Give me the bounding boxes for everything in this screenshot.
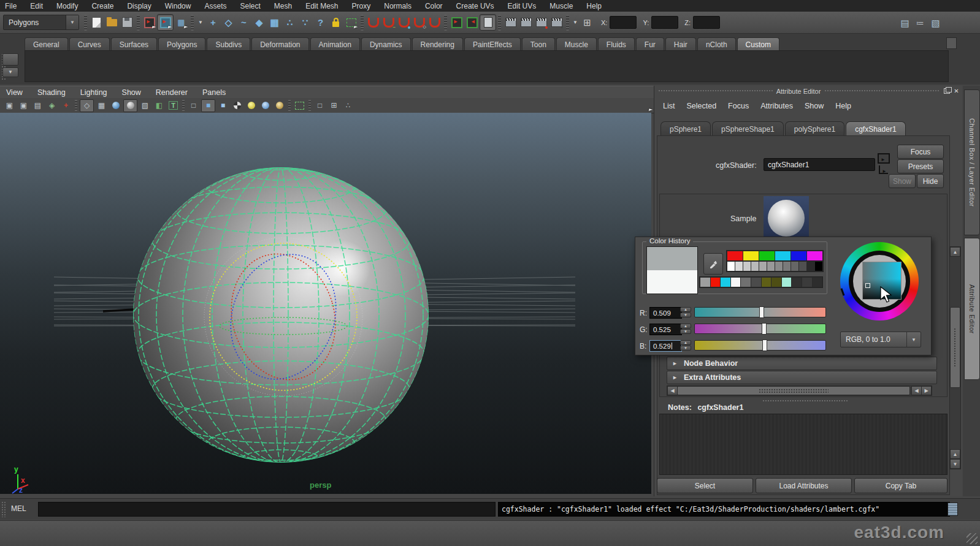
color-swatch[interactable] — [783, 262, 791, 271]
color-swatch[interactable] — [775, 251, 791, 260]
bookmarks-icon[interactable]: ▤ — [31, 100, 44, 112]
color-swatch[interactable] — [735, 262, 743, 271]
menu-window[interactable]: Window — [165, 2, 191, 10]
shelf-content[interactable] — [25, 50, 949, 82]
ambient-light-icon[interactable] — [245, 100, 258, 112]
shelf-tab-fluids[interactable]: Fluids — [598, 37, 635, 51]
eyedropper-button[interactable] — [703, 253, 723, 275]
expand-arrow-icon[interactable]: ► — [672, 374, 678, 381]
menu-proxy[interactable]: Proxy — [352, 2, 371, 10]
titlebar-drag-handle[interactable] — [658, 89, 773, 93]
snap-to-curve-icon[interactable]: ~ — [381, 15, 396, 30]
spinner-up-icon[interactable]: ▲ — [680, 324, 691, 328]
flat-shade-icon[interactable] — [123, 99, 137, 112]
section-extra-attributes[interactable]: ► Extra Attributes — [667, 371, 937, 384]
wireframe-mode-icon[interactable]: ◇ — [80, 99, 94, 112]
open-render-view-icon[interactable] — [503, 15, 518, 30]
shelf-tab-fur[interactable]: Fur — [636, 37, 664, 51]
scrollbar-thumb[interactable] — [950, 307, 960, 388]
smooth-shade-icon[interactable] — [109, 100, 122, 112]
focus-button[interactable]: Focus — [897, 145, 944, 159]
script-editor-icon[interactable] — [947, 502, 958, 516]
color-swatch[interactable] — [711, 278, 721, 287]
ae-menu-selected[interactable]: Selected — [686, 102, 716, 110]
spinner-down-icon[interactable]: ▼ — [680, 346, 691, 351]
command-line-grip[interactable] — [1, 501, 6, 517]
render-settings-icon[interactable]: ≡ — [549, 15, 564, 30]
shelf-tab-surfaces[interactable]: Surfaces — [111, 37, 157, 51]
xray-mode-icon[interactable]: ▧ — [139, 100, 151, 112]
select-button[interactable]: Select — [657, 478, 753, 493]
textured-mode-icon[interactable]: T — [167, 100, 180, 112]
shelf-tab-animation[interactable]: Animation — [310, 37, 360, 51]
panel-menu-show[interactable]: Show — [122, 88, 141, 97]
chevron-down-icon[interactable]: ▼ — [66, 15, 78, 29]
channel-g-slider[interactable] — [694, 324, 826, 334]
shelf-menu-arrow-icon[interactable]: ▼ — [2, 67, 18, 77]
lock-icon[interactable] — [328, 15, 343, 30]
particles-icon[interactable]: ∵ — [297, 15, 313, 30]
command-line-mode-label[interactable]: MEL — [11, 504, 26, 513]
menu-set-selector[interactable]: Polygons ▼ — [3, 15, 79, 30]
color-swatch[interactable] — [751, 262, 759, 271]
tab-psphereshape1[interactable]: pSphereShape1 — [712, 121, 784, 136]
vertical-scrollbar[interactable]: ▲ ▲ ▼ — [949, 246, 961, 469]
shelf-tab-polygons[interactable]: Polygons — [158, 37, 205, 51]
scroll-left-icon[interactable]: ◀ — [911, 386, 922, 395]
spinner-down-icon[interactable]: ▼ — [680, 313, 691, 317]
color-swatch[interactable] — [762, 278, 771, 287]
horizontal-scrollbar[interactable]: ◀ ◀ ▶ — [667, 385, 932, 396]
color-swatch[interactable] — [775, 262, 783, 271]
points-mode-icon[interactable]: ▦ — [95, 100, 108, 112]
color-swatch[interactable] — [700, 278, 710, 287]
scatter-points-icon[interactable]: ∴ — [282, 15, 297, 30]
point-light-icon[interactable] — [259, 100, 272, 112]
share-nodes-icon[interactable]: ∴ — [342, 100, 354, 112]
attribute-editor-tab[interactable]: Attribute Editor — [964, 238, 980, 380]
ae-menu-show[interactable]: Show — [805, 102, 824, 110]
color-swatch[interactable] — [792, 278, 802, 287]
toggle-attribute-editor-icon[interactable]: ▤ — [897, 15, 913, 31]
render-current-frame-icon[interactable] — [518, 15, 534, 30]
ae-menu-focus[interactable]: Focus — [728, 102, 749, 110]
toggle-tool-settings-icon[interactable]: ≔ — [913, 15, 928, 31]
panel-menu-panels[interactable]: Panels — [202, 88, 226, 97]
toggle-channel-box-icon[interactable]: ▧ — [928, 15, 943, 31]
color-swatch[interactable] — [807, 251, 822, 260]
toolbar-separator[interactable] — [137, 15, 140, 31]
image-plane-icon[interactable]: ◈ — [45, 100, 58, 112]
open-scene-icon[interactable] — [104, 15, 120, 30]
command-line-result[interactable]: cgfxShader : "cgfxShader1" loaded effect… — [498, 502, 950, 517]
shelf-tab-custom[interactable]: Custom — [737, 37, 779, 51]
scene-cube-icon[interactable]: □ — [313, 100, 326, 112]
shelf-tab-hair[interactable]: Hair — [665, 37, 696, 51]
copy-tab-button[interactable]: Copy Tab — [854, 478, 947, 493]
color-swatch[interactable] — [721, 278, 730, 287]
color-swatch[interactable] — [727, 251, 743, 260]
pane-splitter-handle[interactable] — [762, 400, 848, 403]
move-tool-icon[interactable]: + — [205, 15, 221, 30]
menu-select[interactable]: Select — [240, 2, 260, 10]
grid-layout-icon[interactable]: ⊞ — [580, 15, 595, 30]
panel-menu-shading[interactable]: Shading — [37, 88, 66, 97]
shelf-tab-ncloth[interactable]: nCloth — [697, 37, 736, 51]
menu-display[interactable]: Display — [127, 2, 151, 10]
expand-arrow-icon[interactable]: ► — [672, 360, 678, 366]
tab-psphere1[interactable]: pSphere1 — [660, 121, 711, 136]
menu-assets[interactable]: Assets — [204, 2, 226, 10]
current-color-swatch[interactable] — [646, 246, 698, 294]
color-swatch[interactable] — [751, 278, 761, 287]
menu-edit-mesh[interactable]: Edit Mesh — [305, 2, 338, 10]
scroll-up-icon[interactable]: ▲ — [950, 247, 960, 257]
color-swatch[interactable] — [743, 251, 759, 260]
color-swatch[interactable] — [807, 262, 814, 271]
sample-swatch[interactable] — [764, 196, 809, 241]
ae-menu-list[interactable]: List — [663, 102, 675, 110]
notes-textarea[interactable] — [659, 414, 947, 475]
color-swatch[interactable] — [759, 262, 767, 271]
save-scene-icon[interactable] — [120, 15, 135, 30]
output-connections-icon[interactable] — [464, 15, 480, 30]
slider-handle[interactable] — [762, 339, 767, 351]
scroll-left-icon[interactable]: ◀ — [667, 386, 678, 395]
coord-x-input[interactable] — [610, 16, 637, 29]
